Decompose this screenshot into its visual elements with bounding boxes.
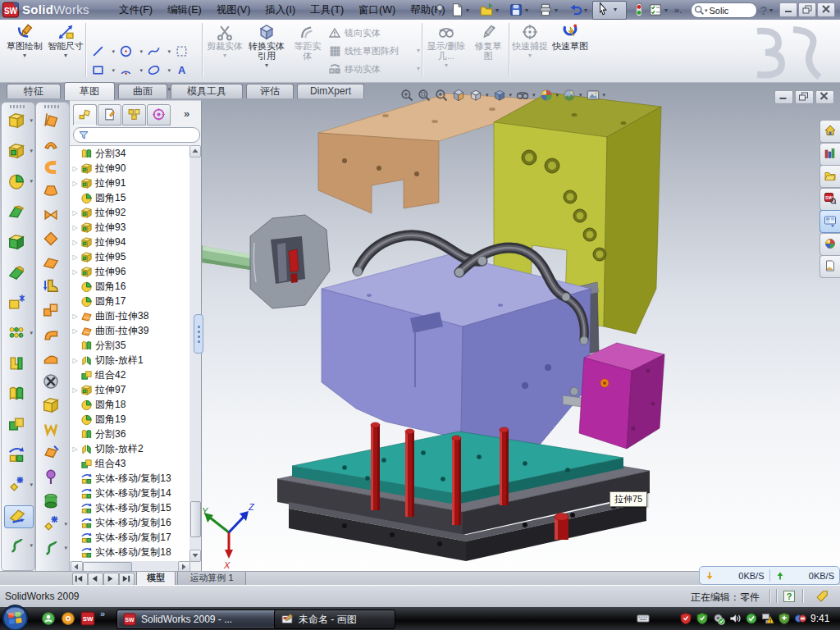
sketch-tool-line[interactable]: ▾ (90, 43, 116, 61)
surface-boundary-surface-button[interactable] (39, 205, 66, 226)
feature-tree-item[interactable]: ▷拉伸96 (70, 264, 189, 279)
feature-linear-pattern-button[interactable]: ▾ (4, 323, 32, 345)
tray-sync-status-icon[interactable] (794, 612, 807, 625)
feature-reference-point-button[interactable]: ▾ (4, 475, 32, 496)
feature-tree-item[interactable]: ▷曲面-拉伸38 (70, 308, 189, 323)
smart-dimension-button[interactable]: 智能尺寸 ▾ (48, 21, 84, 80)
toolbar-drag-handle[interactable] (44, 105, 59, 108)
menu-insert[interactable]: 插入(I) (258, 1, 303, 20)
display-delete-relations-button[interactable]: 显示/删除几... ▾ (425, 21, 468, 80)
chevron-down-icon[interactable]: ▾ (495, 7, 499, 14)
feature-spline-tool-button[interactable]: ▾ (4, 536, 32, 557)
feature-tree-item[interactable]: ▷拉伸94 (70, 235, 189, 249)
apply-scene-button[interactable] (562, 88, 577, 103)
feature-split-button[interactable] (4, 384, 32, 405)
expand-arrow-icon[interactable]: ▷ (70, 239, 80, 246)
ribbon-tab-mold-tools[interactable]: 模具工具 (171, 84, 243, 98)
chevron-down-icon[interactable]: ▾ (584, 7, 587, 14)
linear-pattern-button[interactable]: 线性草图阵列 (328, 43, 399, 59)
chevron-down-icon[interactable]: ▾ (532, 92, 536, 98)
taskbar-task-solidworks[interactable]: SWSolidWorks 2009 - ... (116, 609, 279, 629)
last-tab-button[interactable] (119, 573, 135, 586)
doc-minimize-button[interactable] (774, 90, 793, 104)
expand-arrow-icon[interactable]: ▷ (70, 445, 80, 453)
task-pane-file-explorer[interactable] (819, 165, 840, 188)
surface-point-tool-button[interactable]: ▾ (39, 514, 66, 536)
sketch-tool-circle[interactable]: ▾ (118, 43, 144, 61)
surface-extend-surface-button[interactable] (39, 348, 66, 369)
feature-tree-item[interactable]: ▷切除-放样1 (70, 353, 189, 368)
surface-thicken-button[interactable] (39, 300, 66, 322)
expand-arrow-icon[interactable]: ▷ (70, 327, 80, 335)
task-pane-custom-properties[interactable] (819, 255, 840, 278)
menu-window[interactable]: 窗口(W) (351, 1, 403, 20)
tray-status-check-icon[interactable] (745, 612, 758, 625)
chevron-down-icon[interactable]: ▾ (167, 67, 171, 74)
feature-tree-item[interactable]: 分割36 (70, 427, 189, 441)
sketch-tool-text[interactable]: A (174, 62, 200, 80)
doc-close-button[interactable] (815, 90, 834, 104)
surface-offset-surface-button[interactable] (39, 229, 66, 250)
undo-button[interactable] (568, 2, 582, 17)
chevron-down-icon[interactable]: ▾ (64, 521, 67, 527)
task-pane-solidworks-resources[interactable] (819, 120, 840, 143)
ribbon-tab-dimxpert[interactable]: DimXpert (297, 84, 364, 98)
first-tab-button[interactable] (72, 573, 88, 586)
surface-lofted-surface-button[interactable] (39, 181, 66, 203)
quick-launch-chevron-icon[interactable]: » (100, 609, 105, 619)
chevron-down-icon[interactable]: ▾ (30, 117, 33, 124)
select-cursor-icon[interactable] (596, 2, 610, 16)
tray-update-gear-icon[interactable] (712, 612, 725, 625)
feature-tree-item[interactable]: 圆角18 (70, 397, 189, 412)
feature-extruded-cut-button[interactable]: ▾ (4, 141, 32, 162)
sketch-button[interactable]: 草图绘制 ▾ (5, 21, 44, 80)
chevron-down-icon[interactable]: ▾ (139, 67, 143, 74)
chevron-down-icon[interactable]: ▾ (139, 48, 143, 55)
window-minimize-button[interactable] (779, 2, 797, 17)
panel-splitter-handle[interactable] (194, 314, 203, 354)
expand-arrow-icon[interactable]: ▷ (70, 357, 80, 364)
surface-planar-surface-button[interactable] (39, 253, 66, 274)
feature-fillet-button[interactable]: ▾ (4, 171, 32, 193)
sketch-tool-arc[interactable]: ▾ (118, 62, 144, 80)
quick-tips-icon[interactable]: ? (783, 590, 796, 603)
task-pane-solidworks-search[interactable]: SW (819, 188, 840, 211)
menu-tools[interactable]: 工具(T) (303, 1, 351, 20)
sketch-tool-ellipse[interactable]: ▾ (146, 62, 172, 80)
document-tab-motion-study[interactable]: 运动算例 1 (177, 572, 246, 586)
expand-arrow-icon[interactable]: ▷ (70, 253, 80, 261)
window-restore-button[interactable] (798, 2, 816, 17)
taskbar-task-paint[interactable]: 未命名 - 画图 (274, 609, 395, 629)
ribbon-tab-features[interactable]: 特征 (7, 84, 61, 98)
tags-icon[interactable] (815, 589, 829, 603)
feature-tree-item[interactable]: ▷拉伸93 (70, 220, 189, 235)
start-button[interactable] (1, 604, 30, 630)
surface-extruded-surface-button[interactable] (39, 110, 66, 131)
next-tab-button[interactable] (103, 573, 119, 586)
expand-arrow-icon[interactable]: ▷ (70, 268, 80, 276)
chevron-down-icon[interactable]: ▾ (30, 178, 33, 185)
surface-tooling-split-button[interactable] (39, 467, 66, 488)
save-button[interactable] (509, 2, 523, 17)
search-box[interactable]: ▾ Solic (691, 2, 757, 18)
feature-combine-button[interactable] (4, 414, 32, 436)
chevron-down-icon[interactable]: ▾ (30, 330, 33, 336)
feature-instant3d-button[interactable] (4, 505, 34, 528)
task-pane-appearances-scenes[interactable] (819, 233, 840, 256)
feature-extruded-boss-button[interactable]: ▾ (4, 111, 32, 132)
feature-tree-item[interactable]: ▷拉伸90 (70, 161, 189, 176)
feature-tree-item[interactable]: 圆角16 (70, 279, 189, 294)
surface-parting-line-button[interactable] (39, 419, 66, 441)
sketch-tool-spline[interactable]: ▾ (146, 43, 172, 61)
zoom-fit-button[interactable] (399, 88, 414, 103)
quick-snaps-button[interactable]: 快速捕捉 ▾ (512, 21, 548, 80)
panel-tab-feature-manager[interactable] (73, 104, 97, 126)
tray-volume-icon[interactable] (728, 612, 742, 625)
chevron-down-icon[interactable]: ▾ (112, 67, 115, 74)
feature-tree-item[interactable]: 分割35 (70, 338, 189, 353)
chevron-down-icon[interactable]: ▾ (614, 6, 617, 13)
feature-rib-button[interactable] (4, 354, 32, 375)
convert-entities-button[interactable]: 转换实体引用 ▾ (246, 21, 287, 80)
options-button[interactable] (648, 2, 663, 17)
window-close-button[interactable] (817, 2, 835, 17)
